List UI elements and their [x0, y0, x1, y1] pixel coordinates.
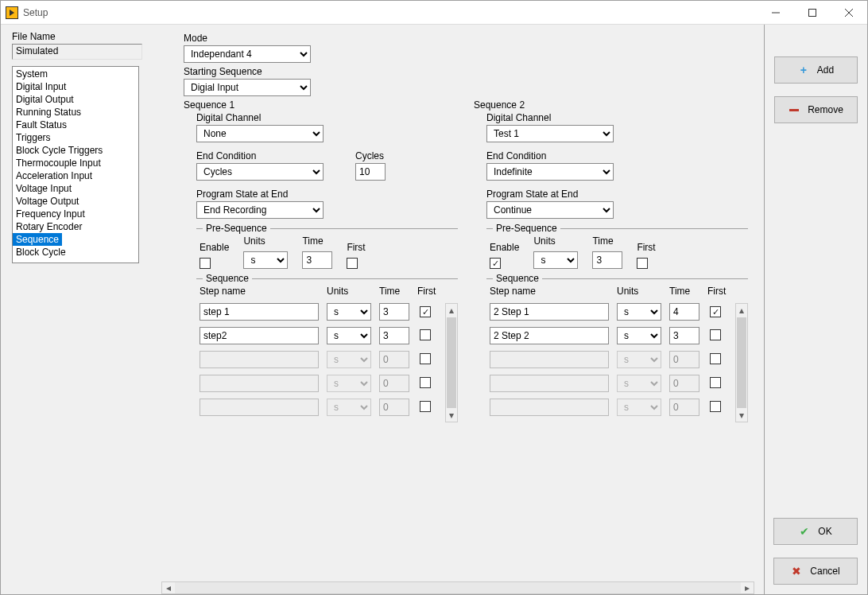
- digital-channel-label: Digital Channel: [486, 112, 748, 123]
- step-first-checkbox[interactable]: [710, 329, 721, 340]
- end-condition-select[interactable]: Cycles: [196, 163, 324, 181]
- scroll-up-icon[interactable]: ▴: [736, 304, 747, 317]
- scroll-track[interactable]: [175, 582, 741, 593]
- step-name-input[interactable]: [490, 327, 609, 344]
- setup-window: Setup File Name Simulated SystemDigital …: [0, 0, 868, 595]
- step-first-checkbox[interactable]: [710, 306, 721, 317]
- nav-item[interactable]: Acceleration Input: [13, 169, 138, 182]
- step-units-select: s: [327, 375, 371, 392]
- nav-item[interactable]: Thermocouple Input: [13, 157, 138, 169]
- end-condition-select[interactable]: Indefinite: [486, 163, 614, 181]
- step-first-checkbox[interactable]: [420, 377, 431, 388]
- first-header: First: [417, 286, 433, 297]
- pre-time-input[interactable]: [592, 251, 622, 269]
- digital-channel-select[interactable]: None: [196, 125, 324, 142]
- cycles-input[interactable]: [355, 163, 386, 181]
- maximize-button[interactable]: [794, 1, 831, 24]
- pre-units-select[interactable]: s: [243, 251, 288, 269]
- file-name-label: File Name: [12, 31, 147, 42]
- cancel-button[interactable]: Cancel: [773, 558, 858, 585]
- time-label: Time: [302, 235, 323, 247]
- scroll-thumb[interactable]: [737, 317, 746, 408]
- nav-item[interactable]: Digital Input: [13, 80, 138, 93]
- step-name-input[interactable]: [490, 303, 609, 321]
- nav-item[interactable]: System: [13, 68, 138, 80]
- step-first-checkbox[interactable]: [710, 377, 721, 388]
- step-row: s: [200, 303, 442, 321]
- nav-item[interactable]: Triggers: [13, 131, 138, 144]
- step-units-select[interactable]: s: [327, 327, 371, 344]
- step-name-input: [200, 351, 319, 368]
- step-units-select: s: [327, 399, 371, 416]
- program-state-select[interactable]: Continue: [486, 201, 614, 219]
- step-row: s: [200, 327, 442, 344]
- nav-item[interactable]: Digital Output: [13, 93, 138, 106]
- step-time-input: [669, 351, 699, 368]
- starting-sequence-select[interactable]: Digial Input: [184, 79, 311, 96]
- digital-channel-label: Digital Channel: [196, 112, 458, 123]
- nav-item[interactable]: Voltage Output: [13, 195, 138, 208]
- step-first-checkbox[interactable]: [710, 401, 721, 412]
- scroll-down-icon[interactable]: ▾: [736, 409, 747, 422]
- step-first-checkbox[interactable]: [420, 353, 431, 364]
- nav-item[interactable]: Block Cycle Triggers: [13, 144, 138, 157]
- scroll-thumb[interactable]: [447, 317, 456, 408]
- close-button[interactable]: [831, 1, 867, 24]
- scroll-down-icon[interactable]: ▾: [446, 409, 457, 422]
- pre-first-checkbox[interactable]: [637, 258, 648, 269]
- pre-enable-checkbox[interactable]: [200, 258, 211, 269]
- step-first-checkbox[interactable]: [420, 306, 431, 317]
- add-button[interactable]: Add: [774, 56, 858, 84]
- file-name-field[interactable]: Simulated: [12, 44, 142, 60]
- main-pane: Mode Independant 4 Starting Sequence Dig…: [152, 25, 764, 594]
- step-row: s: [200, 375, 442, 392]
- horizontal-scrollbar[interactable]: ◂ ▸: [161, 581, 754, 594]
- steps-scrollbar[interactable]: ▴ ▾: [735, 303, 748, 422]
- program-state-label: Program State at End: [196, 189, 458, 200]
- nav-list[interactable]: SystemDigital InputDigital OutputRunning…: [12, 66, 139, 263]
- step-first-checkbox[interactable]: [420, 329, 431, 340]
- step-time-input[interactable]: [669, 303, 699, 321]
- nav-item[interactable]: Sequence: [13, 233, 62, 246]
- pre-units-select[interactable]: s: [533, 251, 578, 269]
- units-label: Units: [243, 235, 265, 247]
- step-time-input[interactable]: [379, 327, 409, 344]
- ok-button[interactable]: OK: [773, 518, 858, 545]
- scroll-right-icon[interactable]: ▸: [741, 582, 754, 593]
- svg-rect-1: [809, 9, 816, 16]
- nav-item[interactable]: Voltage Input: [13, 182, 138, 195]
- steps-scrollbar[interactable]: ▴ ▾: [445, 303, 458, 422]
- digital-channel-select[interactable]: Test 1: [486, 125, 614, 142]
- nav-item[interactable]: Frequency Input: [13, 208, 138, 220]
- step-first-checkbox[interactable]: [710, 353, 721, 364]
- plus-icon: [798, 64, 809, 76]
- nav-item[interactable]: Running Status: [13, 106, 138, 119]
- nav-item[interactable]: Rotary Encoder: [13, 220, 138, 233]
- minimize-button[interactable]: [758, 1, 794, 24]
- end-condition-label: End Condition: [486, 150, 614, 161]
- nav-item[interactable]: Fault Status: [13, 119, 138, 131]
- step-name-input[interactable]: [200, 303, 319, 321]
- step-time-input: [669, 375, 699, 392]
- program-state-select[interactable]: End Recording: [196, 201, 324, 219]
- mode-select[interactable]: Independant 4: [184, 45, 311, 63]
- scroll-left-icon[interactable]: ◂: [162, 582, 175, 593]
- remove-button[interactable]: Remove: [774, 96, 858, 123]
- scroll-up-icon[interactable]: ▴: [446, 304, 457, 317]
- step-first-checkbox[interactable]: [420, 401, 431, 412]
- step-time-input[interactable]: [669, 327, 699, 344]
- pre-first-checkbox[interactable]: [347, 258, 358, 269]
- pre-enable-checkbox[interactable]: [490, 258, 501, 269]
- nav-item[interactable]: Block Cycle: [13, 246, 138, 259]
- step-units-select[interactable]: s: [617, 303, 661, 321]
- app-icon: [6, 6, 18, 19]
- step-time-input: [669, 399, 699, 416]
- end-condition-label: End Condition: [196, 150, 324, 161]
- step-units-select[interactable]: s: [617, 327, 661, 344]
- step-time-input[interactable]: [379, 303, 409, 321]
- step-units-select[interactable]: s: [327, 303, 371, 321]
- step-row: s: [490, 351, 732, 368]
- step-name-input[interactable]: [200, 327, 319, 344]
- step-row: s: [490, 375, 732, 392]
- pre-time-input[interactable]: [302, 251, 332, 269]
